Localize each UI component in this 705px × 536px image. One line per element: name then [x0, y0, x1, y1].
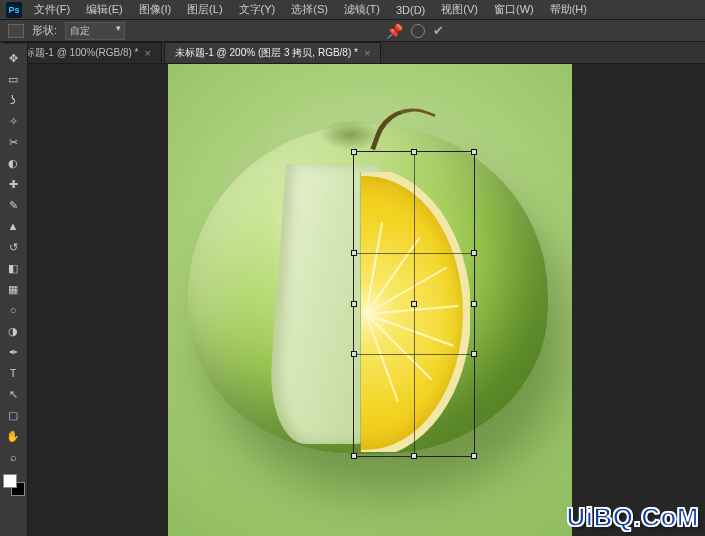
brush-tool[interactable]: ✎ — [0, 195, 26, 215]
app-logo: Ps — [6, 2, 22, 18]
lasso-tool[interactable]: ʖ — [0, 90, 26, 110]
menu-type[interactable]: 文字(Y) — [235, 0, 280, 19]
document-tab-label: 未标题-1 @ 100%(RGB/8) * — [15, 46, 139, 60]
zoom-icon: ⌕ — [10, 451, 17, 463]
menu-image[interactable]: 图像(I) — [135, 0, 175, 19]
transform-handle[interactable] — [471, 250, 477, 256]
lasso-icon: ʖ — [10, 94, 16, 107]
color-swatches[interactable] — [3, 474, 25, 496]
commit-transform-icon[interactable]: ✔ — [433, 23, 444, 38]
transform-handle[interactable] — [471, 351, 477, 357]
type-icon: T — [10, 367, 17, 379]
path-icon: ↖ — [9, 388, 18, 401]
close-icon[interactable]: × — [364, 47, 370, 59]
menu-file[interactable]: 文件(F) — [30, 0, 74, 19]
options-bar: 形状: 自定 📌 ✔ — [0, 20, 705, 42]
transform-handle-center[interactable] — [411, 301, 417, 307]
wand-tool[interactable]: ✧ — [0, 111, 26, 131]
transform-bounding-box[interactable] — [353, 151, 475, 457]
gradient-icon: ▦ — [8, 283, 18, 296]
transform-handle-nw[interactable] — [351, 149, 357, 155]
eraser-tool[interactable]: ◧ — [0, 258, 26, 278]
pen-icon: ✒ — [9, 346, 18, 359]
shape-label: 形状: — [32, 23, 57, 38]
cancel-transform-icon[interactable] — [411, 24, 425, 38]
marquee-tool[interactable]: ▭ — [0, 69, 26, 89]
transform-handle[interactable] — [351, 351, 357, 357]
transform-handle-sw[interactable] — [351, 453, 357, 459]
dodge-icon: ◑ — [8, 325, 18, 338]
menu-help[interactable]: 帮助(H) — [546, 0, 591, 19]
watermark-text: UiBQ.CoM — [566, 502, 699, 533]
crop-icon: ✂ — [9, 136, 18, 149]
menu-3d[interactable]: 3D(D) — [392, 2, 429, 18]
menu-view[interactable]: 视图(V) — [437, 0, 482, 19]
tool-preset-button[interactable] — [8, 24, 24, 38]
move-tool[interactable]: ✥ — [0, 48, 26, 68]
history-icon: ↺ — [9, 241, 18, 254]
transform-handle-se[interactable] — [471, 453, 477, 459]
transform-handle-e[interactable] — [471, 301, 477, 307]
wand-icon: ✧ — [9, 115, 18, 128]
pin-icon[interactable]: 📌 — [386, 23, 403, 39]
menu-edit[interactable]: 编辑(E) — [82, 0, 127, 19]
document-tab-label: 未标题-1 @ 200% (图层 3 拷贝, RGB/8) * — [175, 46, 358, 60]
stamp-icon: ▲ — [8, 220, 19, 232]
close-icon[interactable]: × — [145, 47, 151, 59]
menu-filter[interactable]: 滤镜(T) — [340, 0, 384, 19]
history-brush-tool[interactable]: ↺ — [0, 237, 26, 257]
eyedropper-icon: ◐ — [8, 157, 18, 170]
stamp-tool[interactable]: ▲ — [0, 216, 26, 236]
marquee-icon: ▭ — [8, 73, 18, 86]
eraser-icon: ◧ — [8, 262, 18, 275]
menu-bar: Ps 文件(F) 编辑(E) 图像(I) 图层(L) 文字(Y) 选择(S) 滤… — [0, 0, 705, 20]
transform-handle-n[interactable] — [411, 149, 417, 155]
document-tab[interactable]: 未标题-1 @ 200% (图层 3 拷贝, RGB/8) * × — [164, 42, 381, 63]
zoom-tool[interactable]: ⌕ — [0, 447, 26, 467]
type-tool[interactable]: T — [0, 363, 26, 383]
path-select-tool[interactable]: ↖ — [0, 384, 26, 404]
brush-icon: ✎ — [9, 199, 18, 212]
shape-select-value: 自定 — [70, 25, 90, 36]
transform-handle[interactable] — [351, 250, 357, 256]
blur-tool[interactable]: ○ — [0, 300, 26, 320]
workspace — [28, 64, 705, 536]
transform-handle-ne[interactable] — [471, 149, 477, 155]
transform-handle-s[interactable] — [411, 453, 417, 459]
hand-icon: ✋ — [6, 430, 20, 443]
heal-tool[interactable]: ✚ — [0, 174, 26, 194]
transform-handle-w[interactable] — [351, 301, 357, 307]
shape-tool[interactable]: ▢ — [0, 405, 26, 425]
shape-select[interactable]: 自定 — [65, 22, 125, 40]
document-tab-bar: 未标题-1 @ 100%(RGB/8) * × 未标题-1 @ 200% (图层… — [0, 42, 705, 64]
menu-layer[interactable]: 图层(L) — [183, 0, 226, 19]
tools-panel: ✥ ▭ ʖ ✧ ✂ ◐ ✚ ✎ ▲ ↺ ◧ ▦ ○ ◑ ✒ T ↖ ▢ ✋ ⌕ — [0, 44, 28, 536]
foreground-color-swatch[interactable] — [3, 474, 17, 488]
eyedropper-tool[interactable]: ◐ — [0, 153, 26, 173]
dodge-tool[interactable]: ◑ — [0, 321, 26, 341]
shape-icon: ▢ — [8, 409, 18, 422]
pen-tool[interactable]: ✒ — [0, 342, 26, 362]
hand-tool[interactable]: ✋ — [0, 426, 26, 446]
heal-icon: ✚ — [9, 178, 18, 191]
blur-icon: ○ — [10, 304, 17, 316]
crop-tool[interactable]: ✂ — [0, 132, 26, 152]
menu-window[interactable]: 窗口(W) — [490, 0, 538, 19]
move-icon: ✥ — [9, 52, 18, 65]
menu-select[interactable]: 选择(S) — [287, 0, 332, 19]
document-canvas[interactable] — [168, 64, 572, 536]
gradient-tool[interactable]: ▦ — [0, 279, 26, 299]
